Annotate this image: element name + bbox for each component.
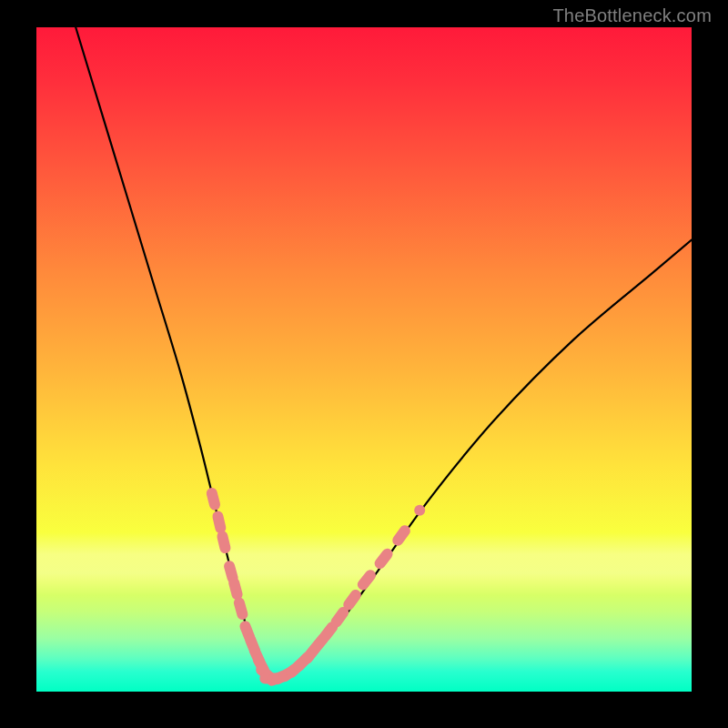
bottleneck-curve [76,27,692,679]
curve-marker [349,595,356,605]
plot-area [36,27,692,692]
curve-marker [239,602,243,614]
curve-layer [36,27,692,692]
curve-markers [212,493,420,681]
curve-marker [337,612,344,622]
curve-marker [229,566,232,578]
curve-marker [222,536,225,548]
curve-marker [217,517,220,529]
curve-marker [325,627,332,636]
watermark-text: TheBottleneck.com [552,5,712,26]
curve-marker [234,583,237,595]
chart-frame: TheBottleneck.com [0,0,728,728]
curve-marker [398,531,405,541]
curve-marker [363,575,370,584]
curve-marker [380,554,388,563]
curve-marker [212,493,215,505]
